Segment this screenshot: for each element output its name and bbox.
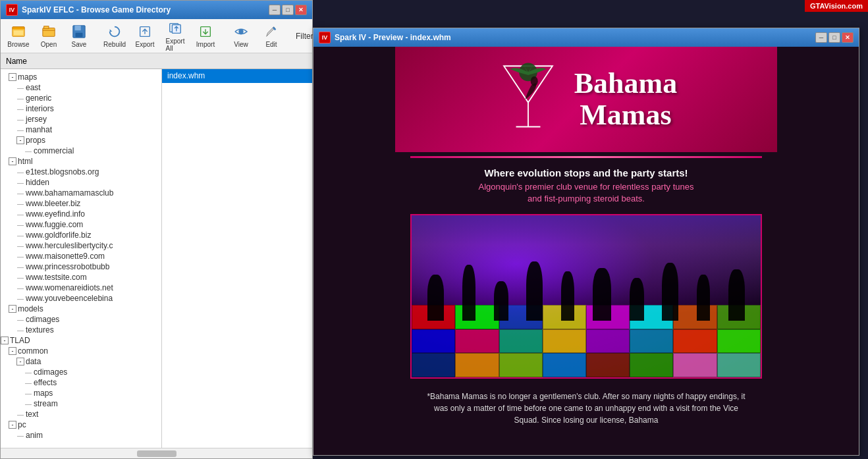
tree-item[interactable]: —www.princessrobotbubb: [1, 261, 161, 272]
tree-label: jersey: [24, 115, 47, 124]
tree-dash: —: [16, 105, 24, 113]
export-button[interactable]: Export: [131, 20, 159, 51]
tree-item[interactable]: —www.fuggie.com: [1, 219, 161, 230]
bm-subtitle: Algonquin's premier club venue for relen…: [466, 181, 707, 211]
tree-dash: —: [16, 179, 24, 186]
tree-item[interactable]: —hidden: [1, 177, 161, 188]
tree-toggle-minus[interactable]: -: [9, 73, 16, 81]
floor-tile: [543, 353, 586, 377]
tree-dash: —: [24, 148, 32, 155]
tree-label: www.youvebeencelebina: [24, 294, 113, 303]
tree-item[interactable]: —www.womenareidiots.net: [1, 283, 161, 293]
tree-item[interactable]: —www.maisonette9.com: [1, 251, 161, 261]
tree-dash: —: [16, 316, 24, 323]
tree-item[interactable]: —e1test.blogsnobs.org: [1, 167, 161, 177]
tree-item[interactable]: -models: [1, 304, 161, 314]
tree-item[interactable]: —interiors: [1, 103, 161, 114]
h-scrollbar[interactable]: [1, 448, 312, 458]
view-label: View: [234, 41, 248, 48]
tree-item[interactable]: —www.goldforlife.biz: [1, 230, 161, 240]
rebuild-button[interactable]: Rebuild: [101, 20, 128, 51]
floor-tile: [673, 353, 717, 377]
tree-toggle-minus[interactable]: -: [16, 358, 24, 365]
tree-toggle-minus[interactable]: -: [9, 157, 16, 165]
tree-item[interactable]: —www.eyefind.info: [1, 209, 161, 219]
close-button[interactable]: ✕: [295, 5, 307, 15]
tree-item[interactable]: —www.herculeslibertycity.c: [1, 240, 161, 251]
bm-martini-logo: [495, 60, 561, 139]
svg-rect-3: [43, 28, 55, 37]
tree-toggle-minus[interactable]: -: [16, 136, 24, 144]
floor-tile: [717, 329, 761, 354]
tree-label: www.fuggie.com: [24, 220, 83, 229]
tree-label: www.princessrobotbubb: [24, 262, 109, 271]
preview-close-button[interactable]: ✕: [842, 32, 854, 43]
bm-dance-photo: [410, 214, 762, 379]
tree-item[interactable]: —manhat: [1, 124, 161, 135]
tree-toggle-minus[interactable]: -: [1, 337, 9, 344]
bm-tagline: Where evolution stops and the party star…: [471, 162, 701, 181]
tree-item[interactable]: —effects: [1, 377, 161, 388]
tree-item[interactable]: —east: [1, 82, 161, 93]
tree-item[interactable]: —www.bahamamamasclub: [1, 188, 161, 198]
tree-panel[interactable]: -maps—east—generic—interiors—jersey—manh…: [1, 69, 162, 448]
view-icon: [233, 24, 249, 40]
svg-rect-6: [75, 26, 81, 30]
export-all-button[interactable]: Export All: [161, 17, 189, 55]
tree-item[interactable]: -maps: [1, 72, 161, 82]
tree-item[interactable]: —generic: [1, 93, 161, 103]
tree-label: www.womenareidiots.net: [24, 283, 113, 292]
h-scroll-thumb[interactable]: [137, 450, 176, 457]
preview-content[interactable]: Bahama Mamas Where evolution stops and t…: [313, 47, 859, 455]
tree-item[interactable]: —textures: [1, 325, 161, 335]
minimize-button[interactable]: ─: [269, 5, 281, 15]
tree-item[interactable]: —www.testsite.com: [1, 272, 161, 283]
tree-item[interactable]: —cdimages: [1, 314, 161, 325]
tree-item[interactable]: —commercial: [1, 146, 161, 156]
tree-item[interactable]: —www.youvebeencelebina: [1, 293, 161, 304]
tree-toggle-minus[interactable]: -: [9, 347, 16, 355]
tree-item[interactable]: —cdimages: [1, 367, 161, 377]
tree-item[interactable]: —text: [1, 409, 161, 419]
floor-tile: [543, 329, 586, 354]
edit-label: Edit: [265, 41, 277, 48]
tree-dash: —: [16, 295, 24, 302]
preview-maximize-button[interactable]: □: [828, 32, 840, 43]
save-button[interactable]: Save: [65, 20, 93, 51]
tree-item[interactable]: -pc: [1, 419, 161, 430]
tree-toggle-minus[interactable]: -: [9, 305, 16, 313]
tree-item[interactable]: —jersey: [1, 114, 161, 124]
view-button[interactable]: View: [227, 20, 255, 51]
import-button[interactable]: Import: [192, 20, 219, 51]
open-label: Open: [41, 41, 57, 48]
floor-tile: [586, 329, 630, 354]
maximize-button[interactable]: □: [282, 5, 294, 15]
preview-window: IV Spark IV - Preview - index.whm ─ □ ✕: [313, 28, 859, 456]
preview-window-controls: ─ □ ✕: [815, 32, 854, 43]
open-button[interactable]: Open: [35, 20, 63, 51]
gta-watermark: GTAVision.com: [805, 0, 868, 12]
tree-item[interactable]: -html: [1, 156, 161, 167]
bm-divider: [410, 156, 762, 158]
tree-item[interactable]: —www.bleeter.biz: [1, 198, 161, 209]
floor-tile: [673, 329, 717, 354]
tree-dash: —: [16, 274, 24, 281]
tree-label: TLAD: [9, 336, 30, 345]
tree-item[interactable]: —stream: [1, 398, 161, 409]
silhouettes: [412, 232, 761, 321]
floor-tile: [630, 353, 673, 377]
tree-label: pc: [16, 420, 26, 429]
tree-label: models: [16, 304, 43, 313]
tree-item[interactable]: —anim: [1, 430, 161, 441]
tree-item[interactable]: -props: [1, 135, 161, 146]
tree-toggle-minus[interactable]: -: [9, 421, 16, 429]
browse-button[interactable]: Browse: [5, 20, 32, 51]
edit-button[interactable]: Edit: [258, 20, 285, 51]
tree-item[interactable]: -TLAD: [1, 335, 161, 346]
tree-item[interactable]: —maps: [1, 388, 161, 398]
preview-minimize-button[interactable]: ─: [815, 32, 827, 43]
tree-label: hidden: [24, 178, 49, 187]
file-item[interactable]: index.whm: [162, 69, 312, 83]
tree-item[interactable]: -common: [1, 346, 161, 356]
tree-item[interactable]: -data: [1, 356, 161, 367]
